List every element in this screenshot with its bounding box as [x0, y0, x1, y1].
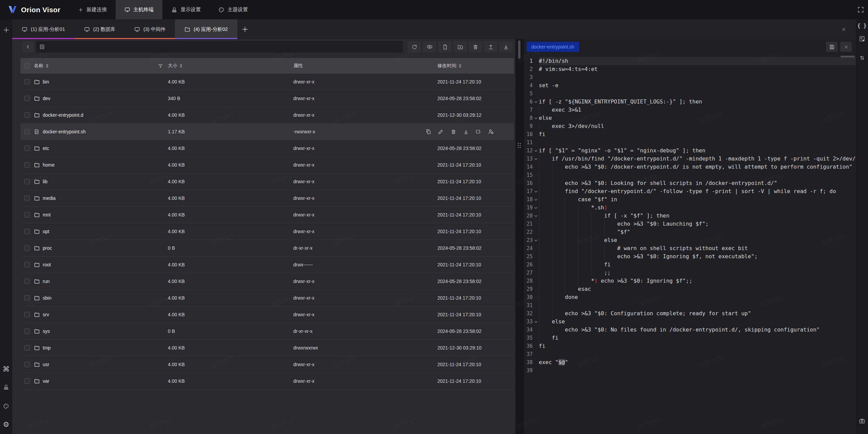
upload-button[interactable]: [484, 41, 497, 53]
table-row[interactable]: docker-entrypoint.d4.00 KBdrwxr-xr-x2021…: [20, 107, 514, 124]
fold-chevron-icon[interactable]: [533, 147, 539, 155]
new-connection-icon[interactable]: [2, 25, 11, 34]
file-name[interactable]: var: [43, 378, 49, 384]
permission-icon[interactable]: [487, 128, 495, 135]
download-button[interactable]: [499, 41, 513, 53]
move-icon[interactable]: [475, 128, 482, 135]
row-checkbox[interactable]: [24, 279, 30, 284]
copy-icon[interactable]: [425, 128, 432, 135]
file-name[interactable]: docker-entrypoint.d: [43, 112, 83, 118]
tab-app-analysis-02[interactable]: (4) 应用-分析02: [175, 19, 237, 39]
filter-icon[interactable]: [158, 63, 163, 69]
fold-chevron-icon[interactable]: [533, 204, 539, 212]
file-name[interactable]: mnt: [43, 212, 51, 218]
sort-name[interactable]: [46, 64, 48, 68]
table-row[interactable]: usr4.00 KBdrwxr-xr-x2021-11-24 17:20:10: [20, 356, 514, 373]
file-name[interactable]: lib: [43, 179, 47, 184]
file-name[interactable]: sbin: [43, 295, 52, 301]
edit-icon[interactable]: [437, 128, 445, 135]
select-all-checkbox[interactable]: [24, 63, 30, 69]
table-row[interactable]: lib4.00 KBdrwxr-xr-x2021-11-24 17:20:10: [20, 173, 514, 190]
display-settings-icon[interactable]: [2, 383, 11, 392]
tab-middleware[interactable]: (3) 中间件: [125, 19, 175, 39]
file-name[interactable]: docker-entrypoint.sh: [43, 129, 86, 134]
new-file-button[interactable]: [438, 41, 452, 53]
row-checkbox[interactable]: [24, 212, 30, 218]
row-checkbox[interactable]: [24, 129, 30, 134]
settings-gear-icon[interactable]: ⚙: [3, 421, 9, 428]
path-list-icon[interactable]: [39, 44, 45, 50]
new-tab-button[interactable]: [237, 19, 253, 39]
fold-chevron-icon[interactable]: [533, 318, 539, 326]
file-name[interactable]: bin: [43, 79, 49, 84]
table-row[interactable]: bin4.00 KBdrwxr-xr-x2021-11-24 17:20:10: [20, 74, 514, 90]
fold-chevron-icon[interactable]: [533, 187, 539, 195]
file-name[interactable]: srv: [43, 312, 49, 317]
file-name[interactable]: proc: [43, 245, 52, 251]
row-checkbox[interactable]: [24, 229, 30, 234]
table-row[interactable]: var4.00 KBdrwxr-xr-x2021-11-24 17:20:10: [20, 373, 514, 390]
row-checkbox[interactable]: [24, 79, 30, 84]
nav-host-terminal[interactable]: 主机终端: [116, 0, 162, 19]
fold-chevron-icon[interactable]: [533, 98, 539, 106]
file-name[interactable]: etc: [43, 146, 49, 151]
row-checkbox[interactable]: [24, 262, 30, 267]
pane-splitter[interactable]: [515, 39, 524, 434]
file-name[interactable]: dev: [43, 96, 51, 101]
row-checkbox[interactable]: [24, 378, 30, 384]
file-name[interactable]: opt: [43, 229, 49, 234]
fullscreen-icon[interactable]: [857, 6, 864, 13]
row-checkbox[interactable]: [24, 245, 30, 251]
fold-chevron-icon[interactable]: [533, 155, 539, 163]
row-checkbox[interactable]: [24, 96, 30, 101]
table-row[interactable]: mnt4.00 KBdrwxr-xr-x2021-11-24 17:20:10: [20, 207, 514, 223]
table-row[interactable]: opt4.00 KBdrwxr-xr-x2021-11-24 17:20:10: [20, 223, 514, 240]
refresh-button[interactable]: [408, 41, 421, 53]
screenshot-camera-icon[interactable]: [857, 416, 866, 425]
preview-button[interactable]: [423, 41, 436, 53]
delete-icon[interactable]: [450, 128, 457, 135]
row-checkbox[interactable]: [24, 362, 30, 367]
code-editor[interactable]: 1#!/bin/sh2# vim:sw=4:ts=4:et34set -e56i…: [524, 55, 856, 434]
sort-size[interactable]: [180, 64, 182, 68]
braces-icon[interactable]: { }: [857, 23, 866, 29]
row-checkbox[interactable]: [24, 162, 30, 168]
delete-button[interactable]: [469, 41, 482, 53]
row-checkbox[interactable]: [24, 295, 30, 301]
tab-app-analysis-01[interactable]: (1) 应用-分析01: [12, 19, 75, 39]
table-row[interactable]: srv4.00 KBdrwxr-xr-x2021-11-24 17:20:10: [20, 306, 514, 323]
path-input[interactable]: [47, 44, 399, 50]
row-checkbox[interactable]: [24, 328, 30, 334]
splitter-drag-handle[interactable]: [518, 143, 521, 148]
shortcut-keys-icon[interactable]: ⌘: [3, 365, 10, 373]
table-row[interactable]: home4.00 KBdrwxr-xr-x2021-11-24 17:20:10: [20, 157, 514, 173]
scrollbar-thumb[interactable]: [518, 40, 520, 59]
fold-chevron-icon[interactable]: [533, 236, 539, 244]
table-row[interactable]: tmp4.00 KBdrwxrwxrwx2021-12-30 03:29:10: [20, 340, 514, 356]
table-row[interactable]: dev340 Bdrwxr-xr-x2024-05-28 23:58:02: [20, 90, 514, 107]
table-row[interactable]: docker-entrypoint.sh1.17 KB-rwxrwxr-x: [20, 124, 514, 140]
file-name[interactable]: sys: [43, 328, 50, 334]
nav-new-connection[interactable]: 新建连接: [69, 0, 116, 19]
nav-theme-settings[interactable]: 主题设置: [210, 0, 257, 19]
theme-settings-icon[interactable]: [2, 402, 11, 411]
fold-chevron-icon[interactable]: [533, 195, 539, 204]
sort-mtime[interactable]: [459, 64, 461, 68]
file-name[interactable]: home: [43, 162, 55, 168]
row-checkbox[interactable]: [24, 179, 30, 184]
file-name[interactable]: root: [43, 262, 51, 267]
back-button[interactable]: [22, 41, 34, 53]
table-row[interactable]: sys0 Bdr-xr-xr-x2024-05-28 23:58:02: [20, 323, 514, 340]
table-row[interactable]: proc0 Bdr-xr-xr-x2024-05-28 23:58:02: [20, 240, 514, 257]
row-checkbox[interactable]: [24, 146, 30, 151]
file-bookmark-icon[interactable]: [857, 34, 866, 43]
fold-chevron-icon[interactable]: [533, 212, 539, 220]
path-bar[interactable]: [36, 41, 403, 53]
nav-display-settings[interactable]: 显示设置: [162, 0, 210, 19]
file-name[interactable]: run: [43, 279, 50, 284]
row-checkbox[interactable]: [24, 345, 30, 351]
row-checkbox[interactable]: [24, 312, 30, 317]
close-editor-button[interactable]: [840, 42, 852, 52]
table-row[interactable]: root4.00 KBdrwx------2021-11-24 17:20:10: [20, 257, 514, 273]
save-file-button[interactable]: [826, 42, 837, 52]
